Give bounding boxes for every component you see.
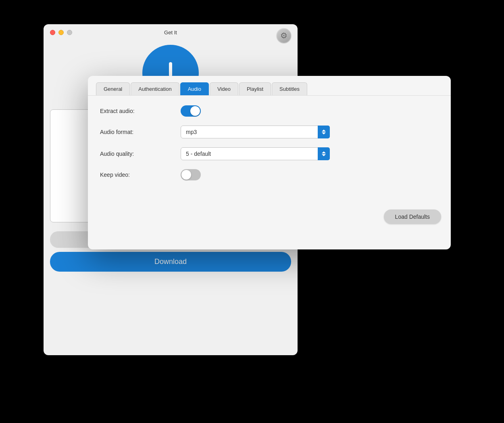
audio-format-label: Audio format: — [100, 129, 181, 135]
select-arrows — [318, 126, 330, 138]
keep-video-toggle[interactable] — [181, 169, 201, 180]
extract-audio-label: Extract audio: — [100, 108, 181, 114]
audio-format-select-wrapper: mp3 aac flac wav ogg m4a — [181, 126, 330, 138]
tab-video[interactable]: Video — [210, 82, 238, 95]
tab-audio[interactable]: Audio — [180, 82, 209, 95]
arrow-down-quality-icon — [322, 154, 326, 156]
arrow-up-quality-icon — [322, 151, 326, 153]
audio-quality-row: Audio quality: 0 - best 1 2 3 4 5 - defa… — [100, 147, 439, 160]
maximize-button[interactable] — [67, 30, 72, 35]
audio-format-row: Audio format: mp3 aac flac wav ogg m4a — [100, 126, 439, 138]
tab-subtitles[interactable]: Subtitles — [272, 82, 307, 95]
window-title: Get It — [164, 29, 177, 36]
preferences-window: General Authentication Audio Video Playl… — [88, 76, 451, 249]
tab-authentication[interactable]: Authentication — [131, 82, 179, 95]
audio-quality-select-wrapper: 0 - best 1 2 3 4 5 - default 6 7 8 9 - w… — [181, 147, 330, 160]
audio-quality-select[interactable]: 0 - best 1 2 3 4 5 - default 6 7 8 9 - w… — [181, 147, 330, 160]
titlebar: Get It ⚙ — [44, 24, 298, 41]
bottom-area: Load Defaults — [88, 203, 451, 230]
settings-content: Extract audio: Audio format: mp3 aac fla… — [88, 96, 451, 199]
minimize-button[interactable] — [58, 30, 64, 35]
download-button[interactable]: Download — [50, 252, 291, 272]
tab-playlist[interactable]: Playlist — [239, 82, 271, 95]
audio-quality-label: Audio quality: — [100, 151, 181, 157]
arrow-down-icon — [322, 132, 326, 134]
arrow-up-icon — [322, 130, 326, 132]
toggle-thumb-off — [181, 170, 191, 180]
keep-video-label: Keep video: — [100, 172, 181, 178]
extract-audio-toggle[interactable] — [181, 105, 201, 117]
gear-icon: ⚙ — [280, 31, 287, 40]
keep-video-row: Keep video: — [100, 169, 439, 180]
toggle-thumb — [190, 106, 200, 116]
traffic-lights — [50, 30, 72, 35]
audio-format-select[interactable]: mp3 aac flac wav ogg m4a — [181, 126, 330, 138]
load-defaults-button[interactable]: Load Defaults — [384, 209, 441, 224]
extract-audio-row: Extract audio: — [100, 105, 439, 117]
tab-general[interactable]: General — [96, 82, 130, 95]
gear-button[interactable]: ⚙ — [277, 28, 291, 43]
close-button[interactable] — [50, 30, 55, 35]
tabs-bar: General Authentication Audio Video Playl… — [88, 76, 451, 96]
select-arrows-quality — [318, 147, 330, 160]
